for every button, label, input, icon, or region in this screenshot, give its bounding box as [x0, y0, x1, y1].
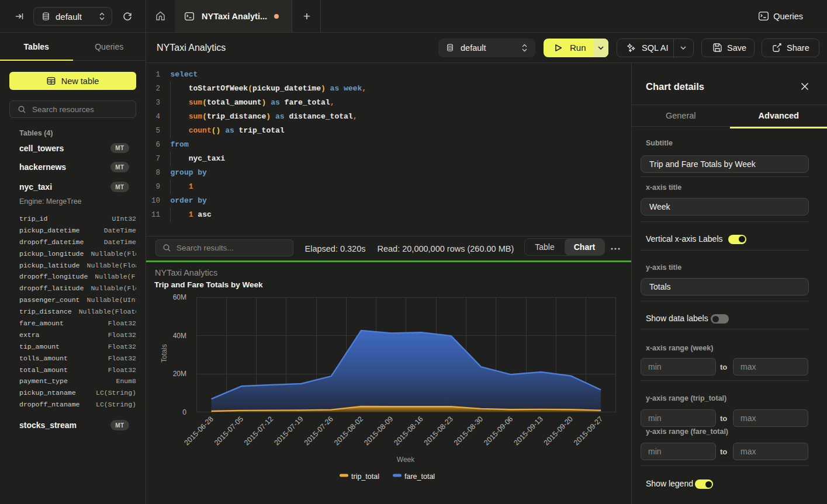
svg-text:2015-08-23: 2015-08-23: [423, 415, 455, 447]
svg-text:0: 0: [182, 408, 186, 416]
svg-text:2015-09-13: 2015-09-13: [513, 415, 545, 447]
svg-text:2015-07-05: 2015-07-05: [213, 415, 245, 447]
svg-text:20M: 20M: [173, 370, 186, 378]
svg-text:Totals: Totals: [160, 344, 168, 362]
svg-text:60M: 60M: [173, 293, 186, 301]
svg-text:2015-09-27: 2015-09-27: [572, 415, 604, 447]
svg-text:2015-07-12: 2015-07-12: [243, 415, 275, 447]
svg-text:2015-06-28: 2015-06-28: [183, 415, 215, 447]
svg-text:2015-08-30: 2015-08-30: [452, 415, 485, 447]
svg-text:trip_total: trip_total: [351, 472, 379, 481]
svg-text:fare_total: fare_total: [404, 472, 435, 481]
svg-text:2015-07-26: 2015-07-26: [303, 415, 335, 447]
svg-text:NYTaxi Analytics: NYTaxi Analytics: [155, 268, 217, 277]
svg-text:2015-07-19: 2015-07-19: [272, 415, 304, 447]
svg-text:2015-08-09: 2015-08-09: [362, 415, 395, 447]
svg-text:2015-08-16: 2015-08-16: [393, 415, 425, 447]
svg-text:2015-09-06: 2015-09-06: [482, 415, 514, 447]
svg-text:2015-08-02: 2015-08-02: [333, 415, 365, 447]
svg-text:Trip and Fare Totals by Week: Trip and Fare Totals by Week: [154, 280, 263, 289]
svg-text:Week: Week: [397, 456, 415, 464]
svg-text:40M: 40M: [173, 332, 186, 340]
svg-text:2015-09-20: 2015-09-20: [542, 415, 575, 447]
